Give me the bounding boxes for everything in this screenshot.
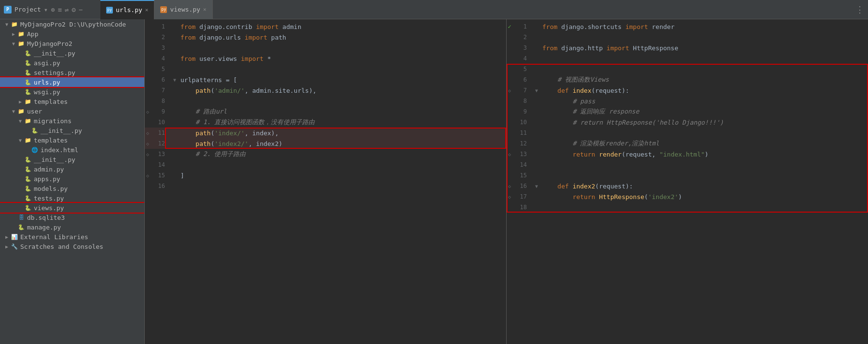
folder-icon-templates1: 📁 [24, 98, 32, 105]
dropdown-arrow-icon[interactable]: ▾ [44, 6, 48, 14]
urls-code-area[interactable]: 1 from django.contrib import admin 2 fro… [145, 19, 506, 344]
sidebar-item-urls[interactable]: 🐍 urls.py [0, 77, 144, 87]
code-line: 4 from user.views import * [145, 53, 506, 64]
line-number: 3 [512, 44, 533, 51]
line-content [540, 66, 868, 73]
sidebar-label-init1: __init__.py [34, 50, 75, 57]
sidebar-item-root[interactable]: 📁 MyDjangoPro2 D:\U\pythonCode [0, 19, 144, 29]
line-number: 4 [512, 55, 533, 62]
line-number: 11 [151, 129, 171, 136]
sidebar-item-mydjangoproject-sub[interactable]: 📁 MyDjangoPro2 [0, 39, 144, 48]
line-content [540, 172, 868, 179]
line-content: def index2(request): [540, 183, 868, 190]
green-check-icon: ✓ [508, 23, 511, 30]
views-code-area[interactable]: ✓ 1 from django.shortcuts import render … [507, 19, 868, 344]
sidebar-label-user: user [27, 108, 42, 115]
py-icon-admin: 🐍 [24, 165, 32, 173]
globe-icon[interactable]: ⊕ [51, 6, 55, 14]
sidebar-item-manage[interactable]: 🐍 manage.py [0, 222, 144, 232]
sidebar-item-templates-1[interactable]: 📁 templates [0, 97, 144, 106]
sidebar-item-app[interactable]: 📁 App [0, 29, 144, 39]
sidebar-item-ext-libs[interactable]: 📊 External Libraries [0, 232, 144, 242]
sidebar-item-settings[interactable]: 🐍 settings.py [0, 68, 144, 77]
line-content: # 路由url [179, 107, 506, 116]
line-content: from django.shortcuts import render [540, 23, 868, 30]
code-line: 14 [507, 159, 868, 170]
sidebar-item-init-user[interactable]: 🐍 __init__.py [0, 155, 144, 164]
sidebar-item-tests[interactable]: 🐍 tests.py [0, 193, 144, 203]
sidebar-label-settings: settings.py [34, 69, 75, 76]
code-line: ◇ 12 path('index2/', index2) [145, 138, 506, 149]
list-icon[interactable]: ≡ [58, 6, 62, 14]
tab-urls[interactable]: py urls.py ✕ [100, 0, 154, 19]
sidebar-label-init-user: __init__.py [34, 156, 75, 163]
line-content: path('admin/', admin.site.urls), [179, 87, 506, 94]
code-line: ◇ 16 def index2(request): [507, 181, 868, 191]
db-icon: 🗄 [17, 214, 25, 221]
diamond-icon: ◇ [146, 152, 149, 157]
code-line: 9 # 返回响应 response [507, 106, 868, 117]
sidebar-item-asgi[interactable]: 🐍 asgi.py [0, 58, 144, 68]
line-indicator: ◇ [145, 141, 151, 146]
code-line: 8 [145, 96, 506, 106]
tree-arrow-templates2 [17, 138, 23, 143]
code-line: 5 [145, 64, 506, 74]
line-content: # return HttpResponse('hello Django!!!') [540, 119, 868, 126]
ext-icon: 📊 [11, 233, 18, 241]
tab-views[interactable]: py views.py ✕ [154, 0, 212, 19]
sidebar-item-init-1[interactable]: 🐍 __init__.py [0, 48, 144, 58]
sidebar-item-models[interactable]: 🐍 models.py [0, 184, 144, 193]
fold-arrow[interactable] [171, 77, 179, 83]
sidebar-label-wsgi: wsgi.py [34, 88, 60, 96]
line-number: 15 [512, 172, 533, 179]
gear-icon[interactable]: ⚙ [72, 6, 76, 14]
sidebar-label-templates2: templates [34, 137, 68, 144]
sidebar-label-asgi: asgi.py [34, 59, 60, 67]
sidebar-label-sub: MyDjangoPro2 [27, 40, 72, 47]
folder-icon-user: 📁 [17, 107, 25, 115]
code-line: 14 [145, 159, 506, 170]
split-icon[interactable]: ⇌ [65, 6, 69, 14]
sidebar-item-apps[interactable]: 🐍 apps.py [0, 174, 144, 184]
line-number: 14 [512, 161, 533, 168]
sidebar-item-migrations[interactable]: 📁 migrations [0, 116, 144, 126]
line-number: 1 [512, 23, 533, 30]
sidebar-label-views: views.py [34, 204, 64, 212]
more-options-button[interactable]: ⋮ [855, 4, 864, 14]
line-number: 3 [151, 44, 171, 51]
fold-arrow[interactable] [533, 88, 540, 93]
line-number: 10 [151, 119, 171, 126]
code-line: 6 # 视图函数Views [507, 74, 868, 85]
tab-views-close[interactable]: ✕ [203, 6, 207, 13]
sidebar-item-wsgi[interactable]: 🐍 wsgi.py [0, 87, 144, 97]
code-line: 3 from django.http import HttpResponse [507, 43, 868, 53]
line-number: 10 [512, 119, 533, 126]
py-icon-views: 🐍 [24, 204, 32, 212]
line-content: # 视图函数Views [540, 75, 868, 84]
fold-arrow[interactable] [533, 184, 540, 189]
line-content [540, 55, 868, 62]
sidebar-item-init-migrations[interactable]: 🐍 __init__.py [0, 126, 144, 135]
sidebar-item-index-html[interactable]: 🌐 index.html [0, 145, 144, 155]
sidebar-item-db[interactable]: 🗄 db.sqlite3 [0, 213, 144, 222]
diamond-icon: ◇ [508, 152, 511, 157]
sidebar-item-templates-2[interactable]: 📁 templates [0, 135, 144, 145]
line-number: 5 [512, 66, 533, 72]
line-content [179, 66, 506, 73]
tab-urls-close[interactable]: ✕ [145, 7, 149, 13]
sidebar-item-user[interactable]: 📁 user [0, 106, 144, 116]
line-indicator: ◇ [145, 109, 151, 115]
line-number: 13 [512, 151, 533, 158]
sidebar-item-admin[interactable]: 🐍 admin.py [0, 164, 144, 174]
project-icon: P [4, 6, 12, 14]
sidebar-item-views[interactable]: 🐍 views.py [0, 203, 144, 213]
line-indicator: ◇ [507, 194, 512, 200]
line-number: 2 [512, 34, 533, 41]
diamond-icon: ◇ [146, 130, 149, 136]
minimize-icon[interactable]: − [79, 6, 83, 14]
line-content: return HttpResponse('index2') [540, 193, 868, 201]
sidebar-item-scratches[interactable]: 🔧 Scratches and Consoles [0, 242, 144, 251]
line-content: urlpatterns = [ [179, 76, 506, 84]
py-icon-asgi: 🐍 [24, 59, 32, 67]
line-number: 1 [151, 23, 171, 30]
